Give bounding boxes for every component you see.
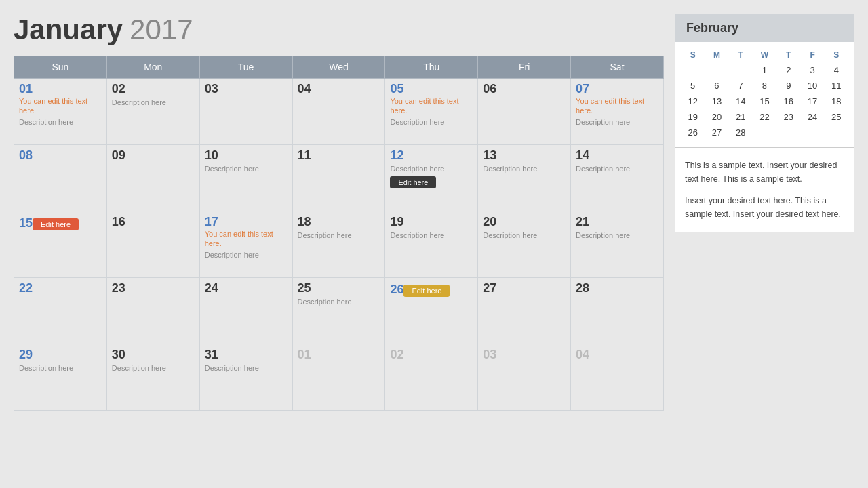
mini-day-cell: 14 [729,94,753,109]
day-number: 19 [390,215,403,228]
mini-day-cell [776,125,800,140]
day-number: 09 [112,148,125,162]
day-number: 12 [390,148,403,162]
mini-day-cell: 22 [753,109,776,125]
event-badge[interactable]: Edit here [403,285,450,297]
day-number: 21 [576,215,589,228]
day-description: Description here [205,364,288,372]
day-description: Description here [112,364,195,372]
calendar-row: 01You can edit this text here.Descriptio… [14,79,664,145]
day-number: 16 [112,215,125,228]
day-cell: 02Description here [106,79,199,145]
editable-hint[interactable]: You can edit this text here. [19,96,102,116]
mini-header: M [705,47,728,62]
day-cell: 17You can edit this text here.Descriptio… [199,211,292,278]
mini-day-cell: 6 [705,78,728,94]
calendar-row: 22232425Description here26Edit here2728 [14,278,664,344]
mini-day-cell: 26 [681,125,705,140]
day-cell: 09 [106,145,199,211]
day-number: 22 [19,281,33,295]
day-description: Description here [576,231,658,239]
mini-day-cell [729,62,753,78]
day-cell: 03 [478,344,571,411]
mini-day-cell: 5 [681,78,705,94]
event-badge[interactable]: Edit here [390,176,436,188]
day-description: Description here [576,118,658,126]
day-description: Description here [205,251,288,259]
mini-week-row: 19202122232425 [681,109,848,125]
mini-cal-table: SMTWTFS 12345678910111213141516171819202… [681,47,848,140]
day-description: Description here [298,231,380,239]
day-number: 26 [390,283,403,296]
day-cell: 01You can edit this text here.Descriptio… [14,79,107,145]
day-number: 04 [298,82,311,96]
day-header-mon: Mon [106,56,199,79]
mini-day-cell: 15 [753,94,776,109]
day-number: 15 [19,216,33,230]
day-cell: 21Description here [571,211,664,278]
day-cell: 05You can edit this text here.Descriptio… [385,79,478,145]
mini-day-cell [753,125,776,140]
mini-day-cell: 12 [681,94,705,109]
editable-hint[interactable]: You can edit this text here. [576,96,658,116]
editable-hint[interactable]: You can edit this text here. [390,96,473,116]
day-number: 18 [298,215,311,228]
day-description: Description here [390,118,473,126]
day-number: 14 [576,148,589,162]
editable-hint[interactable]: You can edit this text here. [205,229,288,249]
mini-day-cell: 11 [825,78,848,94]
day-description: Description here [298,298,380,306]
day-number: 17 [205,215,218,228]
mini-day-cell: 3 [800,62,824,78]
day-cell: 14Description here [571,145,664,211]
day-cell: 03 [199,79,292,145]
mini-day-cell: 10 [800,78,824,94]
event-badge[interactable]: Edit here [33,218,79,230]
mini-day-cell [800,125,824,140]
day-cell: 31Description here [199,344,292,411]
day-cell: 22 [14,278,107,344]
day-description: Description here [205,165,288,173]
day-number: 03 [205,82,218,96]
calendar-row: 080910Description here1112Description he… [14,145,664,211]
day-cell: 11 [292,145,385,211]
day-number: 06 [483,82,496,96]
mini-day-cell [705,62,728,78]
mini-day-cell: 16 [776,94,800,109]
day-number: 10 [205,148,218,162]
mini-day-cell: 24 [800,109,824,125]
sidebar-text-2: Insert your desired text here. This is a… [685,194,844,221]
mini-week-row: 262728 [681,125,848,140]
mini-day-cell: 25 [825,109,848,125]
day-cell: 13Description here [478,145,571,211]
day-header-sun: Sun [14,56,107,79]
day-header-fri: Fri [478,56,571,79]
day-cell: 10Description here [199,145,292,211]
day-number: 08 [19,148,33,162]
day-number: 07 [576,82,589,96]
mini-day-cell: 23 [776,109,800,125]
day-description: Description here [576,165,658,173]
sidebar-text: This is a sample text. Insert your desir… [675,148,854,232]
mini-day-cell: 21 [729,109,753,125]
mini-calendar: February SMTWTFS 12345678910111213141516… [675,14,854,148]
day-cell: 24 [199,278,292,344]
mini-day-cell: 28 [729,125,753,140]
day-description: Description here [483,165,566,173]
mini-header: S [681,47,705,62]
day-number: 24 [205,281,218,295]
mini-header: F [800,47,824,62]
mini-day-cell: 13 [705,94,728,109]
main-section: January 2017 SunMonTueWedThuFriSat 01You… [14,14,664,474]
day-number: 05 [390,82,403,96]
day-number: 01 [298,348,311,361]
mini-cal-title: February [675,14,854,42]
day-number: 02 [390,348,403,361]
day-cell: 15Edit here [14,211,107,278]
day-number: 27 [483,281,496,295]
mini-header: T [776,47,800,62]
day-cell: 12Description hereEdit here [385,145,478,211]
day-cell: 27 [478,278,571,344]
day-cell: 30Description here [106,344,199,411]
day-number: 13 [483,148,496,162]
